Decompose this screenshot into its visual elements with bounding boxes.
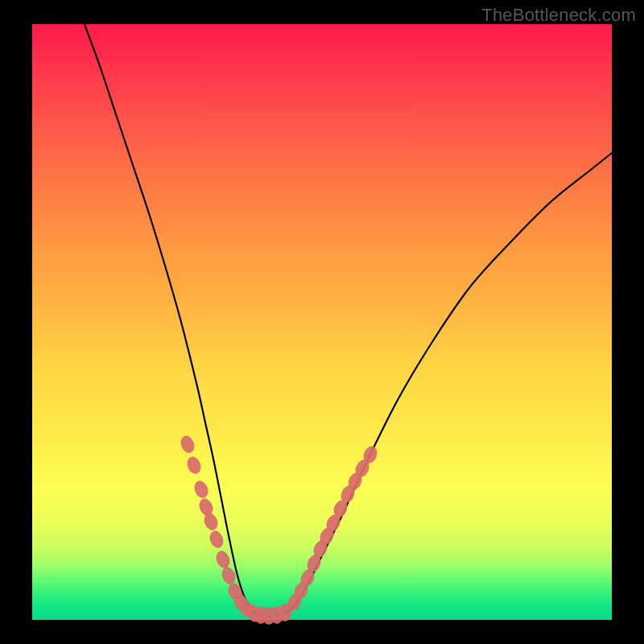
bottleneck-curve xyxy=(85,24,612,617)
chart-svg xyxy=(32,24,612,620)
curve-layer xyxy=(85,24,612,617)
chart-frame: TheBottleneck.com xyxy=(0,0,644,644)
marker-dot xyxy=(213,549,232,570)
marker-dot xyxy=(207,529,225,550)
marker-dot xyxy=(192,479,210,500)
marker-dot xyxy=(178,434,196,455)
marker-dot xyxy=(184,455,203,476)
watermark-text: TheBottleneck.com xyxy=(481,5,636,26)
plot-area xyxy=(32,24,612,620)
markers-layer xyxy=(178,434,379,625)
